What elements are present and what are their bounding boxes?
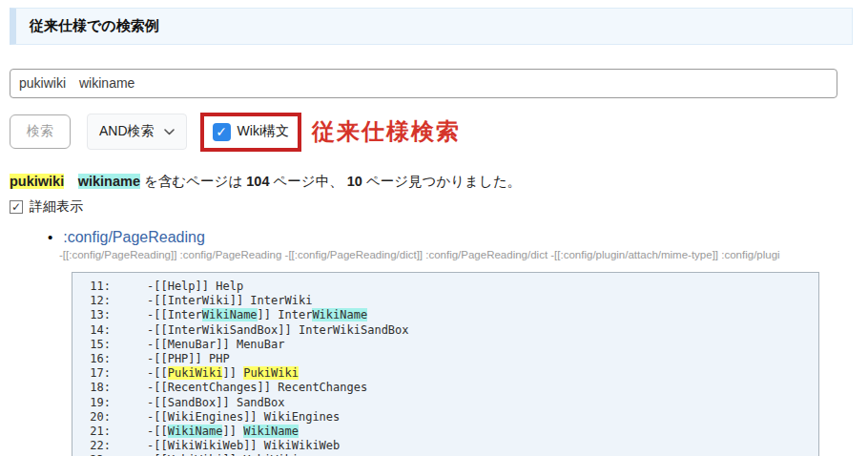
- line-content: -[[WikiWikiWeb]] WikiWikiWeb: [147, 439, 340, 452]
- line-number: 16:: [72, 352, 111, 366]
- line-content: -[[RecentChanges]] RecentChanges: [147, 381, 367, 394]
- code-line: 17:-[[PukiWiki]] PukiWiki: [72, 366, 818, 381]
- line-content: -[[SandBox]] SandBox: [147, 396, 285, 409]
- line-number: 15:: [72, 338, 111, 352]
- bullet-icon: •: [48, 229, 52, 245]
- line-content: -[[Help]] Help: [147, 280, 243, 293]
- line-number: 13:: [72, 308, 111, 322]
- line-content: -[[PHP]] PHP: [147, 352, 230, 365]
- code-line: 16:-[[PHP]] PHP: [72, 352, 818, 366]
- chevron-down-icon: [164, 129, 175, 135]
- result-excerpt: -[[:config/PageReading]] :config/PageRea…: [48, 249, 849, 260]
- result-page-link[interactable]: :config/PageReading: [63, 229, 205, 246]
- code-line: 12:-[[InterWiki]] InterWiki: [72, 294, 818, 308]
- summary-segment: ページ中、: [269, 174, 346, 189]
- search-mode-selected-label: AND検索: [99, 123, 155, 140]
- line-content: -[[InterWiki]] InterWiki: [147, 294, 312, 307]
- page-title: 従来仕様での検索例: [10, 8, 853, 45]
- line-number: 11:: [72, 280, 111, 294]
- search-controls: 検索 AND検索 ✓ Wiki構文 従来仕様検索: [10, 109, 853, 155]
- line-number: 12:: [72, 294, 111, 308]
- detail-view-checkbox-label[interactable]: 詳細表示: [30, 198, 83, 216]
- line-content: -[[InterWikiSandBox]] InterWikiSandBox: [147, 323, 409, 337]
- summary-segment: 10: [347, 174, 362, 189]
- annotation-text: 従来仕様検索: [312, 116, 461, 147]
- line-content: -[[MenuBar]] MenuBar: [147, 338, 285, 351]
- code-line: 11:-[[Help]] Help: [72, 280, 818, 294]
- search-summary: pukiwiki wikiname を含むページは 104 ページ中、 10 ペ…: [10, 173, 853, 191]
- list-item: • :config/PageReading: [48, 229, 853, 246]
- line-number: 21:: [72, 425, 111, 439]
- line-number: 22:: [72, 439, 111, 453]
- summary-segment: ページ見つかりました。: [362, 174, 521, 189]
- wiki-syntax-checkbox-label[interactable]: Wiki構文: [238, 123, 289, 140]
- line-number: 19:: [72, 396, 111, 410]
- code-line: 15:-[[MenuBar]] MenuBar: [72, 338, 818, 352]
- result-list: • :config/PageReading -[[:config/PageRea…: [10, 229, 853, 260]
- detail-view-row: ✓ 詳細表示: [10, 198, 853, 216]
- search-mode-select[interactable]: AND検索: [87, 114, 187, 150]
- code-line: 14:-[[InterWikiSandBox]] InterWikiSandBo…: [72, 323, 818, 338]
- code-line: 21:-[[WikiName]] WikiName: [72, 425, 818, 439]
- summary-segment: [64, 174, 78, 189]
- summary-segment: 104: [246, 174, 269, 189]
- detail-view-checkbox[interactable]: ✓: [10, 200, 23, 214]
- summary-segment: wikiname: [78, 174, 140, 189]
- page: 従来仕様での検索例 検索 AND検索 ✓ Wiki構文 従来仕様検索 pukiw…: [0, 0, 868, 456]
- code-line: 20:-[[WikiEngines]] WikiEngines: [72, 410, 818, 425]
- code-line: 22:-[[WikiWikiWeb]] WikiWikiWeb: [72, 439, 818, 453]
- wiki-syntax-checkbox[interactable]: ✓: [213, 123, 231, 141]
- line-number: 14:: [72, 323, 111, 338]
- search-button[interactable]: 検索: [10, 114, 71, 149]
- line-content: -[[PukiWiki]] PukiWiki: [147, 366, 299, 380]
- line-number: 17:: [72, 366, 111, 381]
- code-line: 19:-[[SandBox]] SandBox: [72, 396, 818, 410]
- code-block: 11:-[[Help]] Help12:-[[InterWiki]] Inter…: [72, 272, 819, 456]
- line-number: 20:: [72, 410, 111, 425]
- summary-segment: を含むページは: [140, 174, 246, 189]
- line-content: -[[WikiName]] WikiName: [147, 425, 299, 438]
- line-content: -[[InterWikiName]] InterWikiName: [147, 308, 367, 321]
- code-line: 13:-[[InterWikiName]] InterWikiName: [72, 308, 818, 322]
- summary-segment: pukiwiki: [10, 174, 64, 189]
- line-content: -[[WikiEngines]] WikiEngines: [147, 410, 340, 424]
- search-input[interactable]: [10, 69, 837, 98]
- line-number: 18:: [72, 381, 111, 395]
- code-line: 18:-[[RecentChanges]] RecentChanges: [72, 381, 818, 395]
- code-block-lines: 11:-[[Help]] Help12:-[[InterWiki]] Inter…: [72, 280, 818, 456]
- wiki-syntax-annotation-box: ✓ Wiki構文: [200, 113, 301, 152]
